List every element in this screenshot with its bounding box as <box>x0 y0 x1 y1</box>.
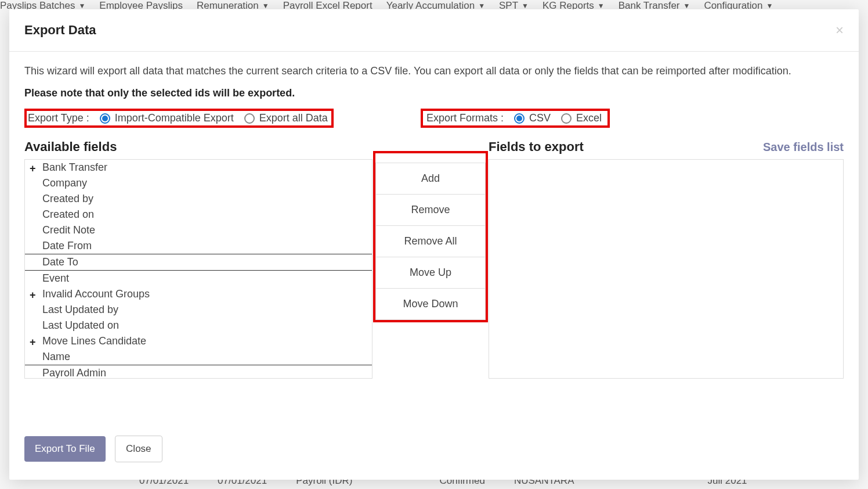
export-column: Fields to export Save fields list <box>489 139 844 379</box>
field-label: Payroll Admin <box>42 367 106 379</box>
intro-text: This wizard will export all data that ma… <box>24 63 844 79</box>
fields-to-export-label: Fields to export <box>489 139 584 154</box>
caret-down-icon: ▼ <box>766 2 773 10</box>
radio-icon <box>561 113 572 124</box>
caret-down-icon: ▼ <box>522 2 529 10</box>
options-row: Export Type : Import-Compatible Export E… <box>24 109 844 128</box>
plus-icon[interactable]: + <box>30 336 36 348</box>
radio-csv[interactable]: CSV <box>514 112 551 124</box>
remove-button[interactable]: Remove <box>375 195 486 226</box>
export-format-label: Export Formats : <box>426 112 504 124</box>
field-label: Last Updated by <box>42 304 118 315</box>
field-item[interactable]: +Bank Transfer <box>25 160 372 175</box>
export-type-label: Export Type : <box>28 112 89 124</box>
field-label: Event <box>42 272 69 284</box>
close-icon[interactable]: × <box>836 22 844 38</box>
field-item[interactable]: Credit Note <box>25 222 372 238</box>
field-item[interactable]: Date From <box>25 238 372 254</box>
remove-all-button[interactable]: Remove All <box>375 226 486 257</box>
field-item[interactable]: Date To <box>25 254 372 271</box>
move-up-button[interactable]: Move Up <box>375 257 486 289</box>
field-label: Date From <box>42 240 92 251</box>
columns: Available fields +Bank TransferCompanyCr… <box>24 139 844 379</box>
field-label: Move Lines Candidate <box>42 335 146 347</box>
available-column: Available fields +Bank TransferCompanyCr… <box>24 139 372 379</box>
field-label: Name <box>42 351 70 362</box>
radio-import-compatible[interactable]: Import-Compatible Export <box>100 112 234 124</box>
note-text: Please note that only the selected ids w… <box>24 87 844 99</box>
field-label: Last Updated on <box>42 319 119 331</box>
field-label: Bank Transfer <box>42 161 107 173</box>
field-label: Created by <box>42 193 93 204</box>
export-type-group: Export Type : Import-Compatible Export E… <box>24 109 334 128</box>
available-fields-label: Available fields <box>24 139 372 154</box>
field-label: Credit Note <box>42 224 95 236</box>
field-item[interactable]: Created by <box>25 191 372 207</box>
save-fields-list-link[interactable]: Save fields list <box>763 141 844 154</box>
export-data-modal: Export Data × This wizard will export al… <box>9 9 859 480</box>
export-format-group: Export Formats : CSV Excel <box>421 109 610 128</box>
field-label: Company <box>42 177 87 189</box>
radio-icon <box>100 113 110 124</box>
modal-body: This wizard will export all data that ma… <box>9 52 859 423</box>
available-fields-list[interactable]: +Bank TransferCompanyCreated byCreated o… <box>24 159 372 379</box>
radio-export-all[interactable]: Export all Data <box>244 112 328 124</box>
radio-icon <box>244 113 255 124</box>
radio-icon <box>514 113 525 124</box>
caret-down-icon: ▼ <box>478 2 485 10</box>
field-item[interactable]: Last Updated on <box>25 318 372 333</box>
field-item[interactable]: +Invalid Account Groups <box>25 286 372 302</box>
field-item[interactable]: Last Updated by <box>25 302 372 318</box>
radio-excel[interactable]: Excel <box>561 112 602 124</box>
field-item[interactable]: Created on <box>25 207 372 222</box>
field-item[interactable]: Payroll Admin <box>25 365 372 379</box>
plus-icon[interactable]: + <box>30 289 36 301</box>
caret-down-icon: ▼ <box>262 2 269 10</box>
field-item[interactable]: +Move Lines Candidate <box>25 333 372 349</box>
move-down-button[interactable]: Move Down <box>375 289 486 320</box>
caret-down-icon: ▼ <box>598 2 605 10</box>
modal-header: Export Data × <box>9 9 859 52</box>
modal-title: Export Data <box>24 23 96 38</box>
field-item[interactable]: Event <box>25 271 372 286</box>
caret-down-icon: ▼ <box>78 2 85 10</box>
add-button[interactable]: Add <box>375 163 486 195</box>
plus-icon[interactable]: + <box>30 163 36 175</box>
action-buttons-highlight: Add Remove Remove All Move Up Move Down <box>373 151 488 322</box>
field-item[interactable]: Company <box>25 175 372 191</box>
close-button[interactable]: Close <box>115 436 162 462</box>
field-label: Date To <box>42 256 78 268</box>
modal-footer: Export To File Close <box>9 423 859 480</box>
caret-down-icon: ▼ <box>683 2 690 10</box>
field-item[interactable]: Name <box>25 349 372 365</box>
export-to-file-button[interactable]: Export To File <box>24 436 106 462</box>
field-label: Invalid Account Groups <box>42 288 150 300</box>
buttons-column: Add Remove Remove All Move Up Move Down <box>372 139 489 379</box>
fields-to-export-list[interactable] <box>489 159 844 379</box>
field-label: Created on <box>42 208 94 220</box>
